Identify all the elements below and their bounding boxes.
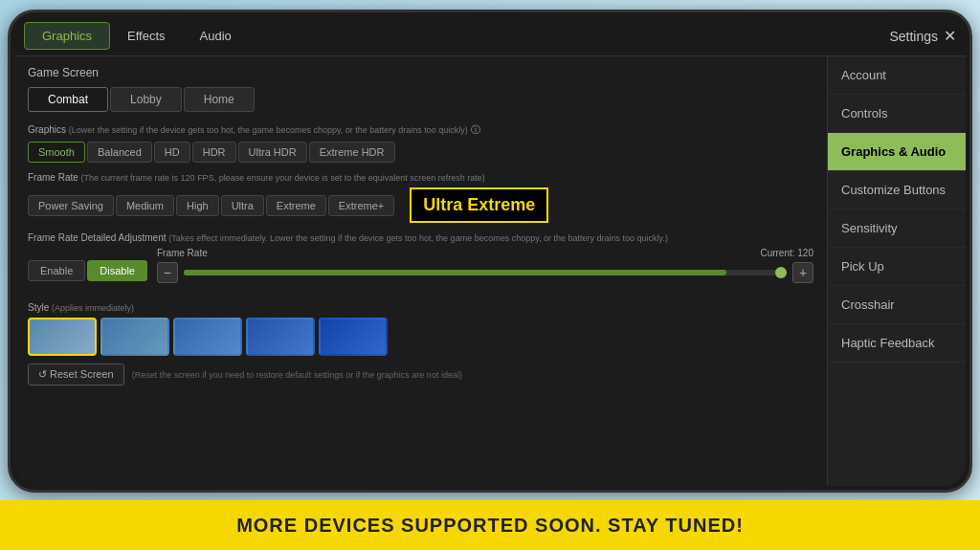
sub-tab-lobby[interactable]: Lobby — [110, 87, 182, 112]
phone-frame: Graphics Effects Audio Settings ✕ Game S… — [8, 10, 972, 493]
enable-disable-toggle: Enable Disable — [28, 260, 147, 281]
sub-tab-combat[interactable]: Combat — [28, 87, 108, 112]
style-thumb-5[interactable] — [319, 318, 388, 356]
ultra-extreme-badge: Ultra Extreme — [410, 187, 548, 223]
opt-balanced[interactable]: Balanced — [87, 142, 152, 163]
slider-current: Current: 120 — [760, 248, 813, 258]
close-button[interactable]: ✕ — [944, 27, 956, 45]
sidebar-item-controls[interactable]: Controls — [828, 95, 966, 133]
frame-rate-label: Frame Rate (The current frame rate is 12… — [28, 172, 813, 183]
opt-extreme-plus[interactable]: Extreme+ — [328, 195, 394, 216]
opt-ultra-hdr[interactable]: Ultra HDR — [238, 142, 307, 163]
tab-graphics[interactable]: Graphics — [24, 22, 110, 50]
slider-label: Frame Rate — [157, 248, 208, 258]
tab-effects[interactable]: Effects — [110, 23, 183, 49]
style-section: Style (Applies immediately) — [28, 302, 813, 356]
opt-extreme[interactable]: Extreme — [266, 195, 326, 216]
main-area: Game Screen Combat Lobby Home Graphics (… — [14, 56, 966, 486]
sidebar-item-haptic-feedback[interactable]: Haptic Feedback — [828, 324, 966, 363]
opt-smooth[interactable]: Smooth — [28, 142, 85, 163]
slider-section: Frame Rate Current: 120 − + — [157, 248, 813, 283]
sidebar-item-graphics-audio[interactable]: Graphics & Audio — [828, 133, 966, 171]
frame-rate-adjustment-group: Frame Rate Detailed Adjustment (Takes ef… — [28, 232, 813, 293]
screen: Graphics Effects Audio Settings ✕ Game S… — [14, 16, 966, 486]
sidebar-item-crosshair[interactable]: Crosshair — [828, 286, 966, 324]
opt-hdr[interactable]: HDR — [192, 142, 236, 163]
frame-rate-row: Power Saving Medium High Ultra Extreme E… — [28, 187, 813, 223]
slider-minus-button[interactable]: − — [157, 262, 178, 283]
opt-hd[interactable]: HD — [154, 142, 190, 163]
top-tab-bar: Graphics Effects Audio Settings ✕ — [14, 16, 966, 56]
style-thumb-2[interactable] — [100, 318, 169, 356]
reset-screen-button[interactable]: ↺ Reset Screen — [28, 363, 124, 385]
slider-label-row: Frame Rate Current: 120 — [157, 248, 813, 258]
graphics-label: Graphics (Lower the setting if the devic… — [28, 123, 813, 137]
banner-text: MORE DEVICES SUPPORTED SOON. STAY TUNED! — [236, 515, 744, 537]
style-thumb-1[interactable] — [28, 318, 97, 356]
bottom-banner: MORE DEVICES SUPPORTED SOON. STAY TUNED! — [0, 500, 980, 550]
slider-row: − + — [157, 262, 813, 283]
graphics-quality-group: Graphics (Lower the setting if the devic… — [28, 123, 813, 163]
opt-medium[interactable]: Medium — [116, 195, 174, 216]
tab-audio[interactable]: Audio — [183, 23, 249, 49]
enable-button[interactable]: Enable — [28, 260, 85, 281]
reset-row: ↺ Reset Screen (Reset the screen if you … — [28, 363, 813, 385]
sub-tab-home[interactable]: Home — [184, 87, 255, 112]
slider-thumb[interactable] — [775, 267, 787, 278]
opt-ultra[interactable]: Ultra — [221, 195, 264, 216]
sidebar-item-account[interactable]: Account — [828, 56, 966, 95]
frame-rate-options: Power Saving Medium High Ultra Extreme E… — [28, 195, 394, 216]
help-icon[interactable]: ⓘ — [471, 124, 480, 135]
frame-rate-adjustment-label: Frame Rate Detailed Adjustment (Takes ef… — [28, 232, 813, 243]
right-sidebar: Account Controls Graphics & Audio Custom… — [827, 56, 966, 486]
content-panel: Game Screen Combat Lobby Home Graphics (… — [14, 56, 827, 486]
sidebar-item-pick-up[interactable]: Pick Up — [828, 248, 966, 286]
sub-tab-bar: Combat Lobby Home — [28, 87, 813, 112]
opt-high[interactable]: High — [176, 195, 219, 216]
slider-fill — [184, 270, 726, 275]
reset-note: (Reset the screen if you need to restore… — [132, 370, 462, 380]
style-thumb-4[interactable] — [246, 318, 315, 356]
style-label: Style (Applies immediately) — [28, 302, 813, 313]
sidebar-item-sensitivity[interactable]: Sensitivity — [828, 209, 966, 248]
adjustment-row: Enable Disable Frame Rate Current: 120 − — [28, 248, 813, 293]
slider-track[interactable] — [184, 270, 787, 275]
slider-plus-button[interactable]: + — [792, 262, 813, 283]
opt-extreme-hdr[interactable]: Extreme HDR — [309, 142, 395, 163]
graphics-options: Smooth Balanced HD HDR Ultra HDR Extreme… — [28, 142, 813, 163]
game-screen-label: Game Screen — [28, 66, 813, 79]
style-thumbnails — [28, 318, 813, 356]
style-thumb-3[interactable] — [173, 318, 242, 356]
settings-label: Settings ✕ — [889, 27, 956, 45]
disable-button[interactable]: Disable — [87, 260, 147, 281]
opt-power-saving[interactable]: Power Saving — [28, 195, 114, 216]
sidebar-item-customize-buttons[interactable]: Customize Buttons — [828, 171, 966, 209]
frame-rate-group: Frame Rate (The current frame rate is 12… — [28, 172, 813, 223]
